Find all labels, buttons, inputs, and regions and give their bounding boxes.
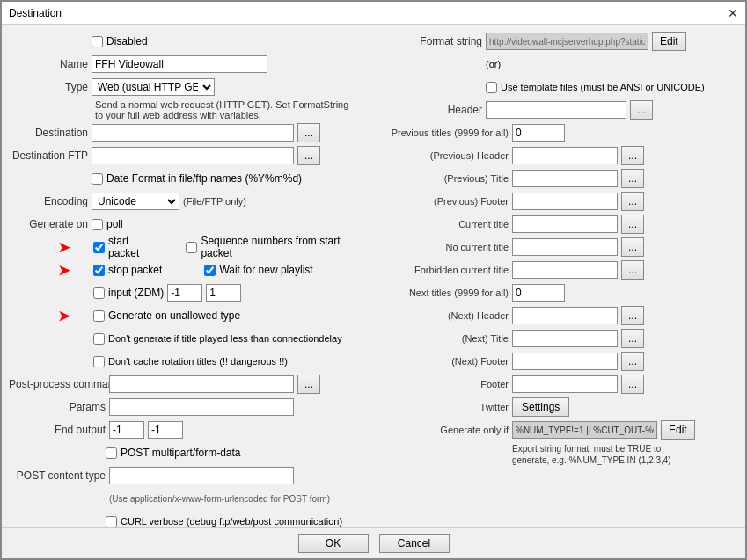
input-zdm-value2[interactable] [206,284,241,302]
dont-generate-checkbox[interactable] [93,333,105,345]
start-packet-checkbox[interactable] [93,242,105,253]
no-current-title-ellipsis-btn[interactable]: ... [621,237,644,257]
poll-checkbox[interactable] [92,219,103,230]
or-label: (or) [486,59,501,69]
cancel-button[interactable]: Cancel [379,534,450,553]
format-string-edit-btn[interactable]: Edit [652,32,686,51]
type-label: Type [9,81,88,93]
destination-input[interactable] [92,124,294,142]
date-format-label: Date Format in file/ftp names (%Y%m%d) [106,172,302,185]
or-row: (or) [377,55,738,74]
format-string-input[interactable] [486,33,648,50]
type-select[interactable]: Web (usual HTTP GE [92,78,215,96]
no-current-title-input[interactable] [512,238,618,256]
name-label: Name [9,58,88,70]
prev-footer-input[interactable] [512,193,618,210]
header-ellipsis-btn[interactable]: ... [630,100,653,120]
destination-ftp-label: Destination FTP [9,149,88,162]
next-header-input[interactable] [512,307,618,324]
post-multipart-checkbox[interactable] [106,447,117,459]
forbidden-title-label: Forbidden current title [377,265,509,275]
format-string-row: Format string Edit [377,32,738,51]
end-output-value1[interactable] [109,421,144,439]
footer-ellipsis-btn[interactable]: ... [621,375,644,394]
prev-titles-row: Previous titles (9999 for all) [377,123,738,142]
params-row: Params [9,397,370,417]
dont-generate-row: Don't generate if title played less than… [93,329,370,348]
header-input[interactable] [486,101,626,119]
destination-ftp-row: Destination FTP ... [9,146,370,165]
name-input[interactable] [92,55,267,73]
curl-verbose-label: CURL verbose (debug ftp/web/post communi… [121,516,342,527]
ok-button[interactable]: OK [298,534,369,553]
seq-numbers-checkbox[interactable] [186,242,197,253]
forbidden-title-input[interactable] [512,261,618,279]
next-title-ellipsis-btn[interactable]: ... [621,329,644,348]
end-output-row: End output [9,420,370,440]
start-arrow-icon: ➤ [58,239,70,256]
generate-unallowed-checkbox[interactable] [93,310,105,322]
seq-numbers-label: Sequence numbers from start packet [201,235,370,259]
disabled-checkbox[interactable] [92,36,103,47]
use-template-checkbox[interactable] [486,82,497,93]
dont-cache-checkbox[interactable] [93,356,105,367]
generate-only-input[interactable] [512,421,657,439]
current-title-input[interactable] [512,215,618,233]
prev-titles-input[interactable] [512,124,565,142]
stop-packet-row: ➤ stop packet Wait for new playlist [93,260,370,280]
next-footer-ellipsis-btn[interactable]: ... [621,352,644,371]
next-title-input[interactable] [512,330,618,347]
title-bar: Destination ✕ [2,2,745,25]
start-packet-row: ➤ start packet Sequence numbers from sta… [93,237,370,257]
generate-on-row: Generate on poll [9,215,370,234]
input-zdm-checkbox[interactable] [93,287,105,299]
current-title-ellipsis-btn[interactable]: ... [621,215,644,234]
prev-footer-ellipsis-btn[interactable]: ... [621,192,644,211]
post-process-input[interactable] [109,375,294,393]
generate-only-edit-btn[interactable]: Edit [661,420,695,440]
next-title-label: (Next) Title [377,333,509,344]
generate-unallowed-label: Generate on unallowed type [108,309,240,322]
input-zdm-value1[interactable] [167,284,202,302]
prev-header-input[interactable] [512,147,618,164]
post-process-label: Post-process command [9,378,106,390]
no-current-title-row: No current title ... [377,237,738,257]
prev-header-label: (Previous) Header [377,150,509,161]
curl-verbose-checkbox[interactable] [106,516,117,527]
next-titles-input[interactable] [512,284,565,302]
next-titles-label: Next titles (9999 for all) [377,287,509,298]
main-content: Disabled Name Type Web (usual HTTP GE Se… [2,25,745,527]
prev-title-input[interactable] [512,170,618,187]
start-packet-label: start packet [108,235,161,259]
twitter-settings-btn[interactable]: Settings [512,397,569,417]
use-template-label: Use template files (must be ANSI or UNIC… [501,82,705,92]
date-format-checkbox[interactable] [92,173,103,185]
prev-header-ellipsis-btn[interactable]: ... [621,146,644,165]
destination-ftp-input[interactable] [92,147,294,164]
right-panel: Format string Edit (or) Use template fil… [377,32,738,520]
footer-input[interactable] [512,375,618,393]
window-title: Destination [9,7,62,19]
generate-only-hint: Export string format, must be TRUE to ge… [512,443,688,466]
post-content-type-input[interactable] [109,467,294,484]
stop-packet-checkbox[interactable] [93,265,105,276]
stop-packet-label: stop packet [108,264,162,276]
post-content-type-label: POST content type [9,469,106,482]
destination-ftp-ellipsis-btn[interactable]: ... [297,146,320,165]
wait-playlist-checkbox[interactable] [204,265,216,276]
params-input[interactable] [109,398,294,416]
encoding-select[interactable]: Unicode [92,193,179,210]
header-row: Header ... [377,100,738,120]
next-footer-input[interactable] [512,353,618,370]
use-template-row: Use template files (must be ANSI or UNIC… [377,77,738,97]
next-header-ellipsis-btn[interactable]: ... [621,306,644,325]
close-button[interactable]: ✕ [728,7,738,19]
forbidden-title-ellipsis-btn[interactable]: ... [621,260,644,280]
unallowed-arrow-icon: ➤ [58,308,70,324]
end-output-value2[interactable] [148,421,183,439]
encoding-label: Encoding [9,195,88,207]
post-process-ellipsis-btn[interactable]: ... [297,375,320,394]
prev-title-ellipsis-btn[interactable]: ... [621,169,644,188]
destination-window: Destination ✕ Disabled Name Type Web (us… [0,0,747,560]
destination-ellipsis-btn[interactable]: ... [297,123,320,142]
